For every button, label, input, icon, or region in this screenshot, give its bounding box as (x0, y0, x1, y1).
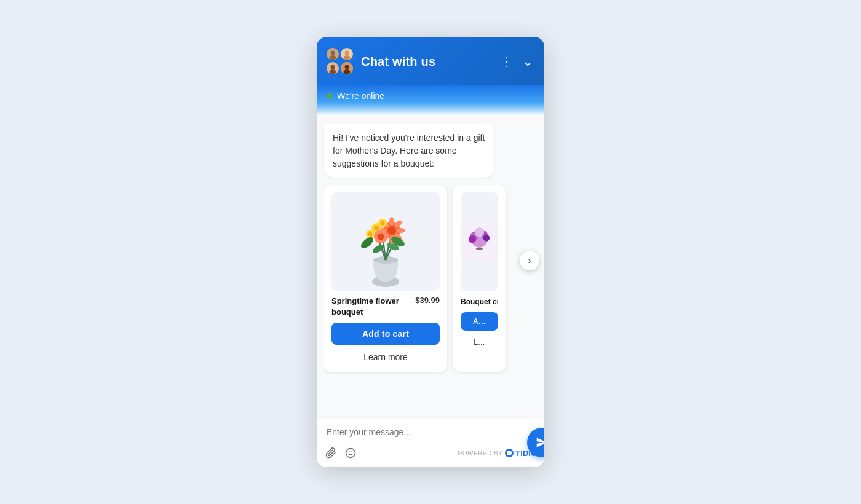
svg-point-50 (346, 449, 355, 458)
product-info-1: Springtime flower bouquet $39.99 (331, 296, 440, 318)
svg-point-2 (330, 55, 336, 60)
svg-point-47 (469, 235, 476, 243)
chat-widget: Chat with us ⋮ ⌄ We're online Hi! I've n… (317, 37, 544, 467)
avatar-3 (327, 62, 339, 74)
svg-point-7 (331, 65, 335, 69)
product-name-1: Springtime flower bouquet (331, 296, 413, 318)
svg-point-8 (330, 69, 336, 74)
product-image-2 (461, 192, 498, 291)
svg-point-39 (378, 234, 384, 240)
learn-more-button-1[interactable]: Learn more (331, 350, 440, 364)
tidio-dot (505, 449, 514, 457)
svg-point-35 (381, 221, 385, 226)
product-image-1 (331, 192, 440, 291)
footer-toolbar: POWERED BY TIDIO (317, 443, 544, 467)
svg-point-24 (389, 217, 394, 226)
online-indicator (327, 93, 332, 99)
svg-point-5 (344, 55, 351, 60)
chat-footer: POWERED BY TIDIO (317, 419, 544, 467)
avatar-1 (327, 48, 339, 60)
products-carousel: Springtime flower bouquet $39.99 Add to … (324, 185, 537, 374)
attach-button[interactable] (324, 446, 338, 460)
product-name-2: Bouquet customizable (461, 297, 498, 306)
agent-avatars (327, 48, 354, 75)
svg-point-37 (368, 232, 373, 237)
chat-title: Chat with us (361, 55, 491, 69)
more-button[interactable]: ⋮ (499, 54, 514, 69)
collapse-button[interactable]: ⌄ (521, 53, 534, 69)
chat-body: Hi! I've noticed you're interested in a … (317, 114, 544, 419)
powered-by-text: POWERED BY (458, 450, 503, 457)
bot-message-bubble: Hi! I've noticed you're interested in a … (324, 124, 494, 178)
svg-point-10 (345, 65, 349, 69)
svg-point-23 (387, 226, 396, 235)
svg-point-49 (476, 248, 483, 250)
svg-point-33 (374, 226, 379, 230)
avatar-4 (341, 62, 353, 74)
add-to-cart-button-1[interactable]: Add to cart (331, 323, 440, 345)
product-card-1: Springtime flower bouquet $39.99 Add to … (324, 185, 447, 372)
product-price-1: $39.99 (415, 296, 440, 305)
svg-point-26 (397, 228, 405, 233)
avatar-2 (341, 48, 353, 60)
products-section: Springtime flower bouquet $39.99 Add to … (324, 185, 537, 374)
emoji-button[interactable] (344, 446, 357, 460)
online-status-text: We're online (337, 91, 384, 101)
chat-header: Chat with us ⋮ ⌄ (317, 37, 544, 85)
learn-more-button-2[interactable]: L… (461, 336, 498, 349)
product-card-2: Bouquet customizable A… L… (453, 185, 506, 372)
svg-point-4 (345, 51, 349, 55)
message-input[interactable] (327, 427, 534, 437)
add-to-cart-button-2[interactable]: A… (461, 312, 498, 331)
svg-point-1 (331, 51, 335, 55)
svg-point-11 (344, 69, 351, 74)
online-bar: We're online (317, 85, 544, 114)
header-actions: ⋮ ⌄ (499, 53, 534, 69)
svg-point-48 (483, 235, 490, 242)
footer-icon-group (324, 446, 357, 460)
powered-by: POWERED BY TIDIO (458, 449, 537, 458)
carousel-next-button[interactable]: › (520, 251, 539, 270)
bot-message-text: Hi! I've noticed you're interested in a … (333, 133, 485, 168)
message-input-area (317, 419, 544, 443)
svg-point-53 (507, 451, 512, 455)
svg-point-46 (475, 227, 484, 237)
